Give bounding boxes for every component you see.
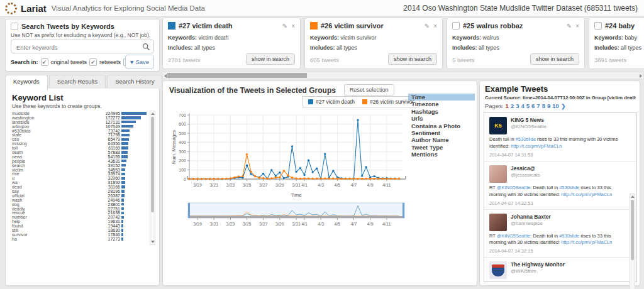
tweet-link[interactable]: #530slide — [559, 233, 579, 239]
tweet-link[interactable]: http://t.co/pmVpFMaCLn — [511, 143, 562, 149]
keyword-row[interactable]: people43631 — [12, 159, 148, 163]
keyword-row[interactable]: mudslide224995 — [12, 111, 148, 116]
tweet-list-scrollbar[interactable] — [630, 194, 635, 289]
horizontal-scrollbar[interactable] — [162, 72, 644, 79]
keyword-bar — [121, 181, 125, 184]
close-group-icon[interactable]: × — [575, 23, 579, 30]
keyword-row[interactable]: dead31166 — [12, 185, 148, 189]
edit-group-icon[interactable]: ✎ — [425, 23, 430, 30]
close-group-icon[interactable]: × — [291, 23, 295, 30]
scroll-left-icon[interactable] — [164, 74, 167, 78]
keyword-row[interactable]: rescue21638 — [12, 210, 148, 215]
page-9[interactable]: 9 — [547, 102, 550, 109]
reset-selection-button[interactable]: Reset selection — [344, 84, 394, 95]
tweet-scrollbar-thumb[interactable] — [631, 200, 634, 260]
keyword-scrollbar-thumb[interactable] — [151, 117, 154, 212]
keyword-row[interactable]: landslide127131 — [12, 120, 148, 124]
scroll-up-icon[interactable] — [151, 112, 155, 115]
keyword-row[interactable]: toll61169 — [12, 146, 148, 150]
save-button[interactable]: ♥ Save — [125, 55, 154, 69]
keyword-row[interactable]: official26387 — [12, 194, 148, 198]
show-in-search-button[interactable]: show in search — [246, 53, 295, 65]
keyword-row[interactable]: wa31892 — [12, 180, 148, 185]
brush-handle-left[interactable] — [188, 203, 190, 218]
keyword-row[interactable]: ha17273 — [12, 237, 148, 241]
attribute-item-contains-a-photo[interactable]: Contains a Photo — [408, 123, 475, 129]
keyword-row[interactable]: death57883 — [12, 150, 148, 155]
keyword-row[interactable]: washington172272 — [12, 116, 148, 120]
page-7[interactable]: 7 — [536, 102, 540, 109]
page-2[interactable]: 2 — [511, 102, 514, 109]
page-3[interactable]: 3 — [516, 102, 519, 109]
attribute-item-tweet-type[interactable]: Tweet Type — [408, 144, 475, 151]
tweet-link[interactable]: #530slide — [559, 185, 579, 190]
group-select-checkbox[interactable] — [168, 22, 175, 30]
group-select-checkbox[interactable] — [310, 22, 318, 30]
tweet-link[interactable]: http://t.co/pmVpFMaCLn — [561, 192, 612, 197]
page-8[interactable]: 8 — [542, 102, 545, 109]
scroll-down-icon[interactable] — [151, 241, 155, 243]
edit-group-icon[interactable]: ✎ — [567, 23, 572, 30]
edit-group-icon[interactable]: ✎ — [282, 23, 287, 30]
attribute-item-sentiment[interactable]: Sentiment — [408, 129, 475, 136]
tweet-link[interactable]: @KING5Seattle — [497, 185, 530, 190]
page-4[interactable]: 4 — [521, 102, 524, 109]
attribute-item-hashtags[interactable]: Hashtags — [408, 108, 475, 115]
horizontal-scrollbar-thumb[interactable] — [167, 73, 307, 78]
attribute-item-urls[interactable]: Urls — [408, 115, 475, 122]
keyword-row[interactable]: deadly22751 — [12, 207, 148, 211]
brush-handle-right[interactable] — [402, 203, 404, 218]
search-input[interactable] — [15, 40, 143, 54]
tweet-link[interactable]: #530slide — [516, 136, 536, 142]
keyword-row[interactable]: number20742 — [12, 215, 148, 219]
keyword-row[interactable]: news54155 — [12, 155, 148, 159]
attribute-item-mentions[interactable]: Mentions — [408, 151, 475, 158]
next-page-icon[interactable]: ❯ — [561, 102, 566, 109]
keyword-row[interactable]: still18630 — [12, 228, 148, 232]
keyword-row[interactable]: oso65479 — [12, 137, 148, 141]
attribute-item-time[interactable]: Time — [408, 94, 475, 101]
keyword-row[interactable]: wash24946 — [12, 198, 148, 202]
attribute-item-timezone[interactable]: Timezone — [408, 101, 475, 107]
search-icon[interactable] — [142, 43, 150, 51]
scroll-up-icon[interactable] — [631, 195, 635, 198]
keyword-row[interactable]: #530slide73742 — [12, 129, 148, 133]
search-in-checkbox-1[interactable]: ✓ — [89, 58, 97, 66]
keyword-row[interactable]: rise33974 — [12, 172, 148, 176]
keyword-row[interactable]: help19631 — [12, 219, 148, 224]
page-1[interactable]: 1 — [506, 102, 509, 109]
keyword-row[interactable]: survivor17846 — [12, 232, 148, 237]
tab-search-results[interactable]: Search Results — [49, 75, 106, 89]
keyword-row[interactable]: say28196 — [12, 189, 148, 194]
search-in-checkbox-0[interactable]: ✓ — [41, 58, 48, 66]
show-in-search-button[interactable]: show in search — [388, 53, 437, 65]
tab-keywords[interactable]: Keywords — [5, 75, 48, 90]
keyword-list-scrollbar[interactable] — [150, 111, 155, 245]
tweet-body: RT @KING5Seattle: Death toll in #530slid… — [489, 185, 628, 199]
svg-text:3/21: 3/21 — [209, 222, 218, 226]
keyword-row[interactable]: search39152 — [12, 163, 148, 168]
keyword-row[interactable]: found19443 — [12, 224, 148, 228]
tweet-link[interactable]: http://t.co/pmVpFMaCLn — [561, 239, 612, 245]
tweet-link[interactable]: @KING5Seattle — [497, 281, 530, 282]
keyword-row[interactable]: dog23801 — [12, 202, 148, 207]
keyword-row[interactable]: missing64356 — [12, 141, 148, 146]
group-select-checkbox[interactable] — [452, 22, 460, 30]
tweet-link[interactable]: #530slide — [559, 281, 579, 282]
tweet-link[interactable]: @KING5Seattle — [497, 233, 530, 239]
show-in-search-button[interactable]: show in search — [530, 53, 579, 65]
tab-search-history[interactable]: Search History — [107, 75, 162, 89]
scroll-right-icon[interactable] — [640, 74, 642, 78]
page-10[interactable]: 10 — [552, 102, 559, 109]
close-group-icon[interactable]: × — [433, 23, 437, 30]
attribute-item-author-name[interactable]: Author Name — [408, 136, 475, 143]
page-6[interactable]: 6 — [531, 102, 535, 109]
keyword-row[interactable]: u32060 — [12, 176, 148, 180]
group-select-checkbox[interactable] — [594, 22, 602, 30]
page-5[interactable]: 5 — [526, 102, 530, 109]
keyword-row[interactable]: arlington107049 — [12, 124, 148, 129]
keyword-row[interactable]: state71798 — [12, 133, 148, 137]
keyword-row[interactable]: victim34553 — [12, 168, 148, 172]
keyword-bar — [121, 229, 123, 232]
search-panel-checkbox[interactable] — [11, 23, 18, 30]
